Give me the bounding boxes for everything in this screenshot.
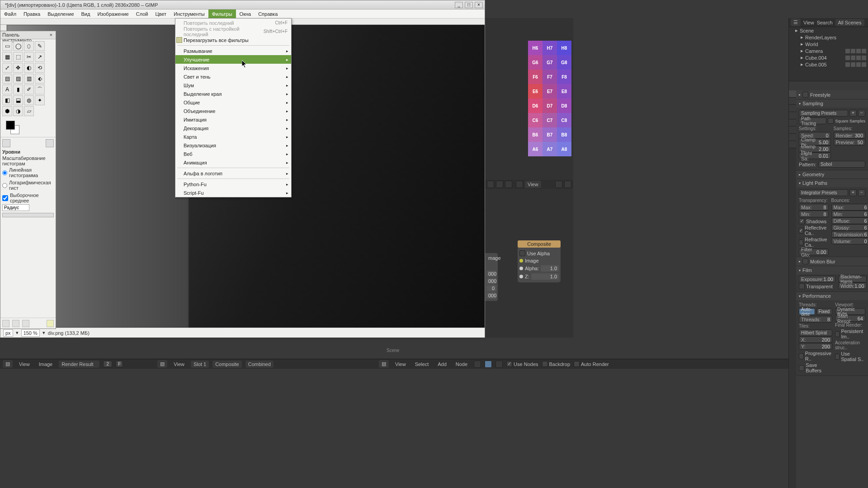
tool-20[interactable]: ◧ — [2, 95, 12, 105]
renderlayers-node-edge[interactable]: mage 000 000 0 000 — [485, 253, 498, 301]
filter-menu-перезагрузить-все-фильтры[interactable]: Перезагрузить все фильтры — [175, 36, 291, 44]
image-menu[interactable]: Image — [36, 361, 56, 368]
transmission-bounces-field[interactable]: Transmission:6 — [831, 231, 868, 238]
swatch-D8[interactable]: D8 — [557, 99, 571, 113]
slot-dropdown[interactable]: Slot 1 — [191, 361, 209, 368]
shadows-checkbox[interactable] — [799, 218, 805, 224]
tool-19[interactable]: ⌒ — [35, 84, 45, 94]
performance-panel-header[interactable]: ▾Performance — [796, 292, 868, 300]
int-preset-remove-btn[interactable]: − — [858, 189, 865, 196]
reflective-caustics-checkbox[interactable] — [799, 228, 803, 234]
swatch-H6[interactable]: H6 — [528, 41, 542, 55]
toolbox-titlebar[interactable]: Панель инструменто... × — [0, 31, 56, 39]
swatch-G6[interactable]: G6 — [528, 55, 542, 70]
swatch-C7[interactable]: C7 — [542, 113, 557, 127]
filter-menu-общие[interactable]: Общие▸ — [175, 98, 291, 107]
properties-tabs[interactable] — [789, 90, 796, 488]
tool-21[interactable]: ⬓ — [13, 95, 23, 105]
tool-17[interactable]: ▮ — [13, 84, 23, 94]
close-button[interactable]: × — [475, 2, 483, 8]
swatch-A8[interactable]: A8 — [557, 142, 571, 156]
filter-menu-свет-и-тень[interactable]: Свет и тень▸ — [175, 72, 291, 81]
swatch-B8[interactable]: B8 — [557, 127, 571, 142]
tool-options-icon[interactable] — [2, 139, 10, 147]
tool-7[interactable]: ↗ — [35, 52, 45, 62]
image-socket[interactable] — [519, 259, 523, 263]
menubar-справка[interactable]: Справка — [255, 9, 281, 18]
transp-max-field[interactable]: Max:8 — [799, 204, 829, 211]
radius-input[interactable] — [2, 204, 29, 211]
filter-menu-декорация[interactable]: Декорация▸ — [175, 124, 291, 132]
outliner-item-cube-004[interactable]: ▸ Cube.004 — [789, 54, 868, 61]
object-tab[interactable] — [789, 119, 796, 127]
tool-24[interactable]: ⬢ — [2, 106, 12, 116]
tool-10[interactable]: ◐ — [24, 63, 34, 73]
swatch-H7[interactable]: H7 — [542, 41, 557, 55]
int-preset-add-btn[interactable]: + — [849, 189, 857, 196]
freestyle-panel-header[interactable]: ▸Freestyle — [796, 90, 868, 99]
swatch-F7[interactable]: F7 — [542, 70, 557, 84]
progressive-refine-checkbox[interactable] — [799, 353, 804, 359]
tool-15[interactable]: ⬖ — [35, 74, 45, 84]
swatch-C8[interactable]: C8 — [557, 113, 571, 127]
preset-add-btn[interactable]: + — [849, 110, 857, 117]
node-edge-val-1[interactable]: 000 — [486, 278, 496, 284]
menubar-цвет[interactable]: Цвет — [151, 9, 170, 18]
filter-menu-объединение[interactable]: Объединение▸ — [175, 107, 291, 115]
backdrop-checkbox[interactable] — [542, 361, 548, 367]
swatch-G7[interactable]: G7 — [542, 55, 557, 70]
alpha-socket[interactable] — [519, 267, 523, 270]
swatch-H8[interactable]: H8 — [557, 41, 571, 55]
outliner-search-menu[interactable]: Search — [817, 20, 833, 25]
filter-menu-python-fu[interactable]: Python-Fu▸ — [175, 180, 291, 188]
menubar-слой[interactable]: Слой — [132, 9, 152, 18]
outliner-item-scene[interactable]: ▸ Scene — [789, 27, 868, 34]
tb-delete-icon[interactable] — [22, 320, 29, 327]
transparent-checkbox[interactable] — [799, 283, 805, 289]
tool-1[interactable]: ◯ — [13, 41, 23, 51]
tool-options-menu-icon[interactable] — [46, 139, 54, 147]
z-value[interactable]: 1.0 — [531, 273, 559, 280]
outliner-type-icon[interactable]: ☰ — [791, 19, 801, 26]
tb-save-icon[interactable] — [2, 320, 9, 327]
swatch-F6[interactable]: F6 — [528, 70, 542, 84]
zoom-selector[interactable]: 150 % — [21, 329, 40, 337]
tool-26[interactable]: ▱ — [24, 106, 34, 116]
filter-menu-имитация[interactable]: Имитация▸ — [175, 115, 291, 124]
filter-menu-карта[interactable]: Карта▸ — [175, 132, 291, 141]
z-socket[interactable] — [519, 275, 523, 278]
motion-blur-checkbox[interactable] — [802, 258, 808, 264]
unit-selector[interactable]: px — [3, 329, 13, 337]
swatch-E6[interactable]: E6 — [528, 84, 542, 99]
film-panel-header[interactable]: ▾Film — [796, 266, 868, 274]
tool-6[interactable]: ✂ — [24, 52, 34, 62]
fg-color-swatch[interactable] — [6, 121, 15, 130]
geometry-panel-header[interactable]: ▸Geometry — [796, 170, 868, 178]
select-menu[interactable]: Select — [412, 361, 432, 368]
menubar-правка[interactable]: Правка — [20, 9, 44, 18]
tb-reset-icon[interactable] — [47, 320, 54, 327]
light-sampling-field[interactable]: Light Sa:0.01 — [799, 152, 831, 159]
linear-histogram-radio[interactable] — [2, 170, 7, 175]
tool-3[interactable]: ✎ — [35, 41, 45, 51]
preset-remove-btn[interactable]: − — [858, 110, 865, 117]
save-buffers-checkbox[interactable] — [799, 365, 804, 371]
maximize-button[interactable]: □ — [465, 2, 473, 8]
bounce-max-field[interactable]: Max:6 — [831, 204, 868, 211]
menubar-вид[interactable]: Вид — [78, 9, 94, 18]
filter-menu-искажения[interactable]: Искажения▸ — [175, 64, 291, 72]
node-edge-val-0[interactable]: 000 — [486, 271, 496, 277]
filter-glossy-field[interactable]: Filter Glo:0.00 — [799, 249, 829, 255]
tool-12[interactable]: ▤ — [2, 74, 12, 84]
view-menu-2[interactable]: View — [171, 361, 187, 368]
filter-menu-визуализация[interactable]: Визуализация▸ — [175, 141, 291, 150]
refractive-caustics-checkbox[interactable] — [799, 239, 803, 245]
editor-type-icon-1[interactable]: ▧ — [3, 360, 13, 368]
glossy-bounces-field[interactable]: Glossy:6 — [831, 224, 868, 231]
editor-type-icon-2[interactable]: ▧ — [157, 360, 167, 368]
filter-menu-альфа-в-логотип[interactable]: Альфа в логотип▸ — [175, 169, 291, 178]
filter-width-field[interactable]: Width:1.00 — [838, 282, 867, 289]
tool-25[interactable]: ◑ — [13, 106, 23, 116]
tb-restore-icon[interactable] — [12, 320, 19, 327]
menubar-окна[interactable]: Окна — [236, 9, 255, 18]
